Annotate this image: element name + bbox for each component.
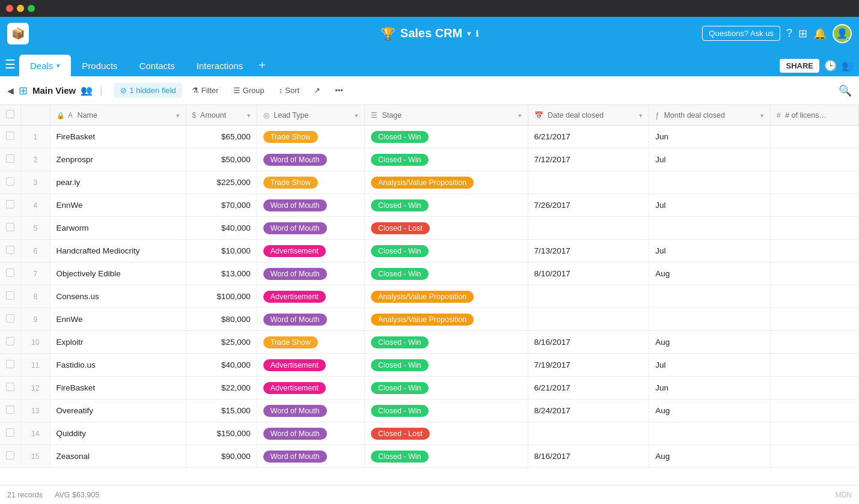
table-row[interactable]: 4 EnnWe $70,000 Word of Mouth Closed - W… — [0, 194, 859, 217]
row-amount: $15,000 — [186, 399, 257, 422]
col-date-header[interactable]: 📅 Date deal closed ▾ — [528, 105, 649, 126]
row-name: Overeatify — [50, 399, 186, 422]
table-row[interactable]: 9 EnnWe $80,000 Word of Mouth Analysis/V… — [0, 308, 859, 331]
bell-icon[interactable]: 🔔 — [813, 27, 827, 40]
navbar: ☰ Deals ▾ Products Contacts Interactions… — [0, 50, 859, 76]
row-checkbox[interactable] — [6, 200, 14, 208]
table-row[interactable]: 11 Fastidio.us $40,000 Advertisement Clo… — [0, 354, 859, 377]
add-tab-icon[interactable]: ＋ — [256, 56, 268, 73]
row-checkbox-cell[interactable] — [0, 171, 21, 194]
row-checkbox-cell[interactable] — [0, 422, 21, 445]
row-checkbox[interactable] — [6, 223, 14, 231]
header-checkbox[interactable] — [6, 110, 14, 118]
ask-us-button[interactable]: Questions? Ask us — [702, 26, 780, 41]
table-row[interactable]: 14 Quiddity $150,000 Word of Mouth Close… — [0, 422, 859, 445]
row-checkbox-cell[interactable] — [0, 354, 21, 377]
table-row[interactable]: 5 Earworm $40,000 Word of Mouth Closed -… — [0, 217, 859, 240]
table-row[interactable]: 1 FireBasket $65,000 Trade Show Closed -… — [0, 126, 859, 148]
export-icon: ↗ — [314, 86, 320, 95]
search-icon[interactable]: 🔍 — [839, 85, 852, 97]
sort-button[interactable]: ↕ Sort — [274, 83, 304, 98]
row-checkbox-cell[interactable] — [0, 148, 21, 171]
table-row[interactable]: 8 Consens.us $100,000 Advertisement Anal… — [0, 285, 859, 308]
row-name: Handcrafted Mediocrity — [50, 240, 186, 263]
row-checkbox-cell[interactable] — [0, 331, 21, 354]
row-checkbox[interactable] — [6, 405, 14, 414]
row-checkbox[interactable] — [6, 360, 14, 368]
row-stage: Closed - Win — [365, 194, 528, 217]
row-checkbox[interactable] — [6, 428, 14, 437]
stage-badge: Closed - Win — [371, 405, 429, 417]
share-button[interactable]: SHARE — [780, 59, 819, 73]
tab-products[interactable]: Products — [71, 55, 128, 76]
row-number: 7 — [21, 263, 50, 285]
row-number: 6 — [21, 240, 50, 263]
col-licenses-header[interactable]: # # of licens… — [770, 105, 858, 126]
row-checkbox-cell[interactable] — [0, 399, 21, 422]
row-checkbox-cell[interactable] — [0, 217, 21, 240]
row-amount: $65,000 — [186, 126, 257, 148]
collapse-icon[interactable]: ◀ — [7, 86, 14, 96]
row-checkbox-cell[interactable] — [0, 445, 21, 468]
hidden-field-button[interactable]: ⊘ 1 hidden field — [114, 83, 182, 98]
row-checkbox-cell[interactable] — [0, 308, 21, 331]
row-number: 9 — [21, 308, 50, 331]
minimize-btn[interactable] — [17, 5, 24, 12]
tab-deals[interactable]: Deals ▾ — [19, 55, 71, 76]
row-checkbox-cell[interactable] — [0, 377, 21, 399]
stage-col-icon: ☰ — [371, 111, 378, 120]
users-icon[interactable]: 👥 — [842, 59, 854, 72]
row-checkbox-cell[interactable] — [0, 285, 21, 308]
tab-contacts[interactable]: Contacts — [129, 55, 186, 76]
row-date-closed: 8/16/2017 — [528, 445, 649, 468]
row-date-closed: 6/21/2017 — [528, 126, 649, 148]
row-checkbox-cell[interactable] — [0, 126, 21, 148]
help-icon[interactable]: ? — [786, 27, 792, 40]
table-row[interactable]: 12 FireBasket $22,000 Advertisement Clos… — [0, 377, 859, 399]
row-checkbox-cell[interactable] — [0, 263, 21, 285]
month-col-label: Month deal closed — [664, 111, 724, 120]
row-checkbox[interactable] — [6, 337, 14, 345]
grid-apps-icon[interactable]: ⊞ — [798, 27, 807, 40]
avatar[interactable]: 👤 — [833, 24, 852, 43]
grid-view-icon[interactable]: ⊞ — [19, 84, 28, 97]
row-checkbox[interactable] — [6, 154, 14, 163]
col-amount-header[interactable]: $ Amount ▾ — [186, 105, 257, 126]
close-btn[interactable] — [6, 5, 13, 12]
table-row[interactable]: 7 Objectively Edible $13,000 Word of Mou… — [0, 263, 859, 285]
row-checkbox[interactable] — [6, 451, 14, 460]
table-row[interactable]: 13 Overeatify $15,000 Word of Mouth Clos… — [0, 399, 859, 422]
row-checkbox[interactable] — [6, 177, 14, 186]
row-checkbox-cell[interactable] — [0, 194, 21, 217]
more-options-button[interactable]: ••• — [330, 83, 348, 98]
group-button[interactable]: ☰ Group — [228, 83, 269, 98]
row-checkbox[interactable] — [6, 246, 14, 254]
col-stage-header[interactable]: ☰ Stage ▾ — [365, 105, 528, 126]
table-row[interactable]: 6 Handcrafted Mediocrity $10,000 Adverti… — [0, 240, 859, 263]
history-icon[interactable]: 🕒 — [824, 59, 837, 72]
row-checkbox[interactable] — [6, 314, 14, 323]
row-checkbox-cell[interactable] — [0, 240, 21, 263]
hamburger-icon[interactable]: ☰ — [5, 57, 16, 71]
table-row[interactable]: 10 Exploitr $25,000 Trade Show Closed - … — [0, 331, 859, 354]
filter-button[interactable]: ⚗ Filter — [187, 83, 224, 98]
col-name-header[interactable]: 🔒 A Name ▾ — [50, 105, 186, 126]
export-button[interactable]: ↗ — [309, 83, 325, 98]
col-month-header[interactable]: ƒ Month deal closed ▾ — [649, 105, 771, 126]
row-checkbox[interactable] — [6, 291, 14, 300]
row-amount: $90,000 — [186, 445, 257, 468]
table-row[interactable]: 2 Zenprospr $50,000 Word of Mouth Closed… — [0, 148, 859, 171]
row-checkbox[interactable] — [6, 132, 14, 140]
row-checkbox[interactable] — [6, 269, 14, 277]
table-row[interactable]: 15 Zeasonal $90,000 Word of Mouth Closed… — [0, 445, 859, 468]
row-licenses — [770, 445, 858, 468]
view-people-icon[interactable]: 👥 — [81, 85, 93, 96]
col-leadtype-header[interactable]: ◎ Lead Type ▾ — [257, 105, 364, 126]
row-stage: Closed - Win — [365, 263, 528, 285]
tab-interactions[interactable]: Interactions — [186, 55, 254, 76]
row-month-closed — [649, 217, 771, 240]
maximize-btn[interactable] — [28, 5, 35, 12]
row-licenses — [770, 285, 858, 308]
table-row[interactable]: 3 pear.ly $225,000 Trade Show Analysis/V… — [0, 171, 859, 194]
row-checkbox[interactable] — [6, 383, 14, 391]
